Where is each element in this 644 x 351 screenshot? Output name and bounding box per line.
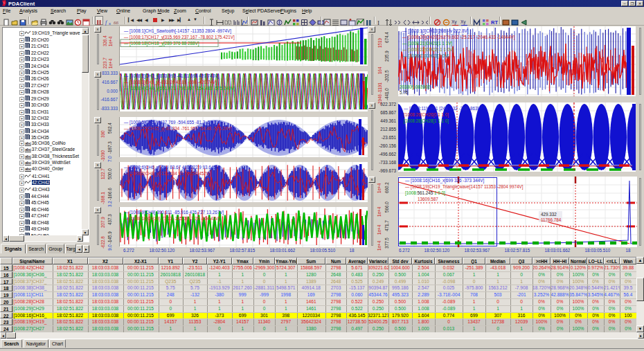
svg-text:— [1008:15]CH15_y[-81.334 -76: — [1008:15]CH15_y[-81.334 -761.957 -54.4… bbox=[124, 126, 232, 132]
svg-text:— [1008:5]CH5_y[437.769 -594.: — [1008:5]CH5_y[437.769 -594.655 -81.3 -… bbox=[124, 120, 221, 125]
svg-text:Xy: Xy bbox=[460, 19, 466, 25]
svg-text:66: 66 bbox=[114, 20, 119, 26]
svg-text:20330(1081002: 20330(1081002 bbox=[400, 84, 431, 90]
svg-text:— [1008:10]CH10[-77.13 -185.0: — [1008:10]CH10[-77.13 -185.09 -7.35 -80… bbox=[124, 216, 220, 222]
svg-text:429.332: 429.332 bbox=[541, 212, 557, 217]
svg-text:— [1008:19]CH19_Triangle wave[: — [1008:19]CH19_Triangle wave[14157 1135… bbox=[405, 184, 524, 190]
svg-text:RT: RT bbox=[491, 19, 498, 26]
svg-text:— [1008:2]CH2_y[833.093 -41.8: — [1008:2]CH2_y[833.093 -41.81 698 420.7… bbox=[124, 73, 219, 79]
svg-text:11766.784: 11766.784 bbox=[541, 217, 562, 222]
svg-text:— [1008:22]CH22[-1 1 0V]: — [1008:22]CH22[-1 1 0V] bbox=[402, 47, 454, 53]
svg-text:— [1008:6]CH6_y[-664 83.67 4: — [1008:6]CH6_y[-664 83.67 410 222.9 93.… bbox=[124, 165, 220, 170]
svg-text:— [1008:20]CH20[26279.602 -25: — [1008:20]CH20[26279.602 -25.217 -2046.… bbox=[402, 35, 515, 40]
svg-text:— [1008:9]CH9[-390.311 -85.91: — [1008:9]CH9[-390.311 -85.916 476.727 1… bbox=[124, 210, 224, 215]
svg-text:— [1008:11]CH11 [248 -132 -3: — [1008:11]CH11 [248 -132 -398 -863] bbox=[404, 106, 479, 111]
svg-text:5.75: 5.75 bbox=[400, 90, 409, 95]
svg-text:— [1008:17]CH17_y[315.969 237: — [1008:17]CH17_y[315.969 237.167 -78.80… bbox=[124, 35, 235, 40]
svg-text:f: f bbox=[105, 19, 108, 26]
svg-text:— [1008:1]CH1_Sawtooth[-14157: — [1008:1]CH1_Sawtooth[-14157 -11353 280… bbox=[124, 28, 231, 34]
svg-text:[1008:28]CH28[1 1 1 0]: [1008:28]CH28[1 1 1 0] bbox=[404, 118, 449, 124]
svg-text:— [1008:23]CH23[1 0V]: — [1008:23]CH23[1 0V] bbox=[402, 53, 449, 59]
svg-text:— [1008:21]CH21[1 1 1V]: — [1008:21]CH21[1 1 1V] bbox=[402, 41, 452, 46]
svg-text:— [1008:18]CH18_y[289 376 88: — [1008:18]CH18_y[289 376 88 288V] bbox=[124, 41, 199, 46]
svg-text:[1008:26]CH26[0 1 1 0]: [1008:26]CH26[0 1 1 0] bbox=[404, 112, 449, 118]
svg-text:[1008:561.245 1 0 0]: [1008:561.245 1 0 0] bbox=[405, 190, 445, 196]
svg-text:Xy: Xy bbox=[451, 19, 457, 25]
svg-text:— [1008:3]CH3_y[-833.09 41.81: — [1008:3]CH3_y[-833.09 41.81 -698 -420.… bbox=[124, 80, 217, 85]
svg-text:— [1008:13]CH13[26B -tv 222.: — [1008:13]CH13[26B -tv 222.8V] bbox=[402, 28, 469, 34]
svg-text:— [1008:4]CH4_y[651.471 -791.: — [1008:4]CH4_y[651.471 -791.957 -154.48… bbox=[124, 86, 235, 91]
svg-text:— [1008:16]CH16_x[699 326 -3: — [1008:16]CH16_x[699 326 -373 344V] bbox=[405, 178, 484, 183]
svg-text:— [1008:8]CH8_y[-131.334 93.7: — [1008:8]CH8_y[-131.334 93.76 154.452V] bbox=[124, 171, 211, 177]
svg-text:13609.587: 13609.587 bbox=[418, 197, 438, 201]
